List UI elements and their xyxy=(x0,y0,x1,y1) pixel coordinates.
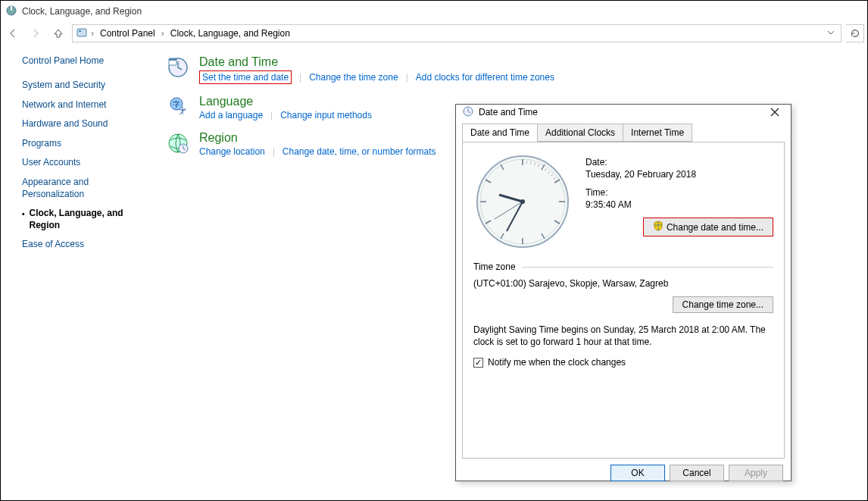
dialog-tabs: Date and Time Additional Clocks Internet… xyxy=(462,124,785,142)
notify-label: Notify me when the clock changes xyxy=(488,357,626,368)
link-separator: | xyxy=(398,72,416,83)
time-value: 9:35:40 AM xyxy=(585,199,773,210)
dialog-footer: OK Cancel Apply xyxy=(456,459,791,487)
sidebar-item-label: Clock, Language, and Region xyxy=(30,208,151,231)
address-bar[interactable]: › Control Panel › Clock, Language, and R… xyxy=(72,24,841,42)
time-label: Time: xyxy=(585,187,773,198)
link-change-time-zone[interactable]: Change the time zone xyxy=(309,72,398,83)
date-label: Date: xyxy=(585,157,773,168)
svg-rect-3 xyxy=(79,30,81,32)
sidebar-item-hardware-sound[interactable]: Hardware and Sound xyxy=(22,118,151,130)
svg-rect-1 xyxy=(11,6,12,11)
sidebar-item-programs[interactable]: Programs xyxy=(22,138,151,150)
tab-additional-clocks[interactable]: Additional Clocks xyxy=(537,124,623,142)
globe-icon xyxy=(166,131,190,155)
dialog-titlebar: Date and Time xyxy=(456,105,791,120)
category-date-time: Date and Time Set the time and date | Ch… xyxy=(166,55,867,84)
sidebar-header[interactable]: Control Panel Home xyxy=(22,55,151,66)
link-add-language[interactable]: Add a language xyxy=(199,110,263,121)
link-set-time-date[interactable]: Set the time and date xyxy=(199,70,292,84)
button-label: Change date and time... xyxy=(667,222,763,233)
address-dropdown-icon[interactable] xyxy=(824,28,838,39)
sidebar-item-clock-language-region[interactable]: Clock, Language, and Region xyxy=(22,208,151,231)
divider xyxy=(522,267,773,268)
address-bar-row: › Control Panel › Clock, Language, and R… xyxy=(1,22,867,45)
category-title-language[interactable]: Language xyxy=(199,95,372,108)
refresh-button[interactable] xyxy=(846,24,864,42)
clock-icon xyxy=(462,105,474,120)
window-title: Clock, Language, and Region xyxy=(22,6,142,17)
close-button[interactable] xyxy=(765,105,785,120)
tab-date-and-time[interactable]: Date and Time xyxy=(462,124,538,142)
sidebar-item-system-security[interactable]: System and Security xyxy=(22,80,151,92)
date-time-dialog: Date and Time Date and Time Additional C… xyxy=(455,104,792,481)
tab-internet-time[interactable]: Internet Time xyxy=(623,124,692,142)
cancel-button[interactable]: Cancel xyxy=(670,465,724,481)
control-panel-icon xyxy=(5,5,17,19)
time-zone-header: Time zone xyxy=(473,261,516,272)
sidebar: Control Panel Home System and Security N… xyxy=(1,55,160,500)
dialog-title: Date and Time xyxy=(479,107,538,117)
svg-rect-2 xyxy=(77,29,86,36)
link-separator: | xyxy=(265,146,283,157)
control-panel-icon xyxy=(76,27,88,41)
change-date-time-button[interactable]: Change date and time... xyxy=(643,218,773,236)
category-title-date-time[interactable]: Date and Time xyxy=(199,55,554,69)
sidebar-item-ease-of-access[interactable]: Ease of Access xyxy=(22,239,151,251)
ok-button[interactable]: OK xyxy=(610,465,665,481)
button-label: Change time zone... xyxy=(682,299,763,310)
breadcrumb-current[interactable]: Clock, Language, and Region xyxy=(167,27,293,40)
language-icon: 字 xyxy=(166,95,190,119)
svg-point-37 xyxy=(520,199,525,204)
link-change-input-methods[interactable]: Change input methods xyxy=(280,110,372,121)
shield-icon xyxy=(653,221,663,233)
back-button[interactable] xyxy=(4,24,22,42)
link-separator: | xyxy=(292,72,309,83)
link-add-clocks[interactable]: Add clocks for different time zones xyxy=(416,72,554,83)
apply-button[interactable]: Apply xyxy=(729,465,783,481)
dst-info-text: Daylight Saving Time begins on Sunday, 2… xyxy=(473,324,773,348)
svg-text:字: 字 xyxy=(173,100,180,108)
sidebar-item-appearance[interactable]: Appearance and Personalization xyxy=(22,177,151,200)
svg-rect-6 xyxy=(169,58,176,61)
time-zone-value: (UTC+01:00) Sarajevo, Skopje, Warsaw, Za… xyxy=(473,278,773,289)
analog-clock-icon xyxy=(473,152,572,251)
date-value: Tuesday, 20 February 2018 xyxy=(585,169,773,180)
forward-button[interactable] xyxy=(27,24,45,42)
tab-panel: Date: Tuesday, 20 February 2018 Time: 9:… xyxy=(462,142,785,459)
breadcrumb-root[interactable]: Control Panel xyxy=(97,27,158,40)
sidebar-item-network-internet[interactable]: Network and Internet xyxy=(22,99,151,111)
link-separator: | xyxy=(263,110,280,121)
notify-checkbox[interactable]: ✓ xyxy=(473,358,483,368)
clock-icon xyxy=(166,55,190,80)
sidebar-item-user-accounts[interactable]: User Accounts xyxy=(22,157,151,169)
category-title-region[interactable]: Region xyxy=(199,131,436,145)
window-titlebar: Clock, Language, and Region xyxy=(1,1,867,22)
breadcrumb-chevron-icon[interactable]: › xyxy=(160,28,166,39)
change-time-zone-button[interactable]: Change time zone... xyxy=(673,296,773,313)
link-change-formats[interactable]: Change date, time, or number formats xyxy=(283,146,436,157)
link-change-location[interactable]: Change location xyxy=(199,146,265,157)
breadcrumb-chevron-icon[interactable]: › xyxy=(89,28,95,39)
notify-checkbox-row[interactable]: ✓ Notify me when the clock changes xyxy=(473,357,773,368)
up-button[interactable] xyxy=(49,24,67,42)
